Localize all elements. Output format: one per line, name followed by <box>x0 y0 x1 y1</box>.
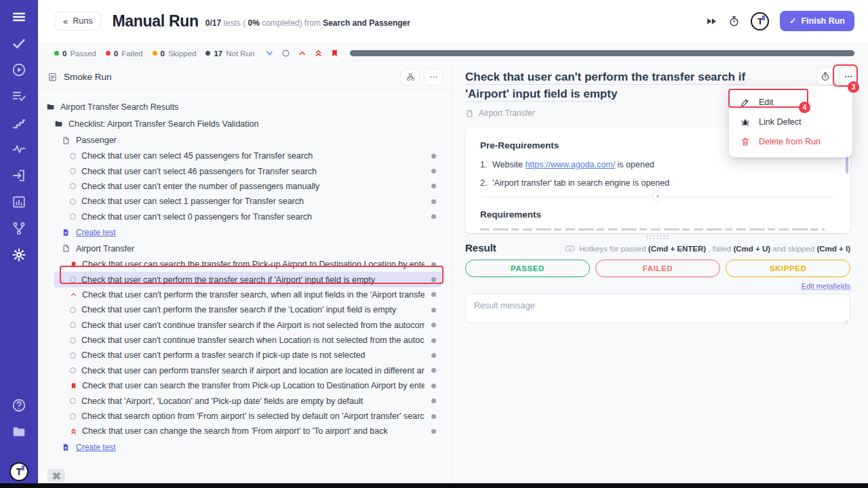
gear-icon[interactable] <box>12 247 26 262</box>
result-button-passed[interactable]: PASSED <box>465 260 590 277</box>
import-icon[interactable] <box>12 168 26 183</box>
requirements-heading: Requirements <box>480 209 835 220</box>
test-status-circle-icon <box>70 413 76 420</box>
tree-suite-row[interactable]: Airport Transfer <box>38 241 452 257</box>
list-check-icon[interactable] <box>12 89 26 104</box>
test-row[interactable]: Check that user can perform transfer sea… <box>54 363 441 378</box>
result-heading: Result <box>465 242 496 253</box>
steps-icon[interactable] <box>12 115 26 130</box>
sidebar-top-nav <box>12 9 26 262</box>
test-row[interactable]: Check that user can select 45 passengers… <box>54 148 441 163</box>
test-title: Check that user can't continue transfer … <box>81 336 425 345</box>
logo-letter: T <box>16 466 22 477</box>
topbar: « Runs Manual Run 0/17 tests ( 0% comple… <box>38 0 868 42</box>
test-title: Check that user can perform transfer sea… <box>81 366 425 375</box>
prereq-list: 1.Website https://www.agoda.com/ is open… <box>480 160 835 188</box>
circle-icon[interactable] <box>281 49 290 58</box>
folder-light-icon[interactable] <box>12 424 26 439</box>
topbar-actions: T ✓ Finish Run <box>706 11 854 31</box>
create-test-link[interactable]: Create test <box>76 443 116 452</box>
pulse-icon[interactable] <box>12 142 26 157</box>
test-row[interactable]: Check that user can't enter the number o… <box>54 179 441 194</box>
tree-suite-row[interactable]: Passenger <box>38 132 452 148</box>
keyboard-icon <box>565 243 575 253</box>
menu-item-label: Edit <box>759 98 774 107</box>
test-row[interactable]: Check that user can't select 0 passenger… <box>54 209 441 224</box>
status-counters: 0 Passed0 Failed0 Skipped17 Not Run <box>54 49 254 58</box>
chevron-up-icon[interactable] <box>298 49 307 58</box>
folder-icon <box>54 119 63 128</box>
help-icon[interactable] <box>12 398 26 413</box>
test-title: Check that user can't perform the transf… <box>81 305 425 314</box>
back-to-runs-button[interactable]: « Runs <box>54 12 101 30</box>
test-row[interactable]: Check that user can't continue transfer … <box>54 333 441 348</box>
chart-icon[interactable] <box>12 195 26 209</box>
test-row[interactable]: Check that user can't perform a trasfer … <box>54 348 441 363</box>
create-test-link[interactable]: Create test <box>76 228 116 237</box>
workspace-logo[interactable]: T <box>9 462 28 481</box>
suite-file-icon <box>62 136 71 145</box>
tree-more-button[interactable] <box>424 68 443 85</box>
test-row[interactable]: Check that user can't continue transfer … <box>54 318 441 333</box>
test-result-dot <box>431 429 436 434</box>
result-button-failed[interactable]: FAILED <box>595 260 720 277</box>
check-icon[interactable] <box>12 36 26 51</box>
section-divider: ∧ <box>480 197 835 197</box>
status-dot <box>106 51 111 56</box>
status-counter-passed: 0 Passed <box>54 49 96 58</box>
branch-icon[interactable] <box>12 221 26 236</box>
test-result-dot <box>431 384 436 388</box>
status-row: 0 Passed0 Failed0 Skipped17 Not Run <box>38 42 868 64</box>
chevron-down-icon[interactable] <box>265 49 274 58</box>
menu-item-edit[interactable]: Edit <box>729 92 852 112</box>
menu-icon[interactable] <box>12 9 26 24</box>
finish-run-label: Finish Run <box>801 16 845 26</box>
timer-icon[interactable] <box>728 16 740 27</box>
sidebar-bottom-nav: T <box>9 398 28 481</box>
test-result-dot <box>431 308 436 312</box>
test-status-circle-icon <box>70 322 76 328</box>
finish-run-button[interactable]: ✓ Finish Run <box>780 11 854 31</box>
brand-logo[interactable]: T <box>751 12 769 30</box>
page-title: Manual Run <box>112 12 198 30</box>
external-link[interactable]: https://www.agoda.com/ <box>525 160 615 169</box>
suite-file-icon <box>62 244 71 253</box>
test-tree: Airport Transfer Search ResultsChecklist… <box>38 90 452 455</box>
tree-folder-row[interactable]: Airport Transfer Search Results <box>38 98 452 115</box>
test-row[interactable]: Check that user can't perform the transf… <box>54 287 441 302</box>
test-row[interactable]: Check that user can search the transfer … <box>54 378 441 393</box>
test-result-dot <box>431 353 436 358</box>
menu-item-label: Link Defect <box>759 117 802 127</box>
status-counter-failed: 0 Failed <box>106 49 143 58</box>
collapse-toggle-icon[interactable]: ∧ <box>652 191 663 202</box>
menu-item-link-defect[interactable]: Link Defect <box>729 112 852 131</box>
result-button-skipped[interactable]: SKIPPED <box>726 260 850 277</box>
play-circle-icon[interactable] <box>12 62 26 77</box>
test-row[interactable]: Check that user can't perform the transf… <box>54 272 441 287</box>
edit-metafields-link[interactable]: Edit metafields <box>465 282 850 290</box>
test-row[interactable]: Check that user can change the search fr… <box>54 424 441 439</box>
test-row[interactable]: Check that user can search the transfer … <box>54 257 441 272</box>
resize-handle[interactable] <box>646 235 670 239</box>
tree-folder-row[interactable]: Checklist: Airport Transfer Search Field… <box>38 115 452 132</box>
test-row[interactable]: Check that user can't perform the transf… <box>54 302 441 317</box>
bookmark-icon[interactable] <box>330 49 339 58</box>
run-progress-summary: 0/17 tests ( 0% completed) from Search a… <box>205 18 410 28</box>
test-row[interactable]: Check that 'Airport', 'Location' and 'Pi… <box>54 393 441 408</box>
test-row[interactable]: Check that user can select 1 passenger f… <box>54 194 441 209</box>
double-chevron-up-icon[interactable] <box>314 49 323 58</box>
test-timer-button[interactable] <box>816 67 834 85</box>
menu-item-delete-from-run[interactable]: Delete from Run <box>729 131 852 151</box>
app-sidebar: T <box>0 0 38 488</box>
fast-forward-icon[interactable] <box>706 16 717 27</box>
test-row[interactable]: Check that user can't select 46 passenge… <box>54 163 441 178</box>
tree-panel-header: Smoke Run <box>38 64 452 90</box>
test-result-dot <box>431 154 436 159</box>
hotkeys-hint-button[interactable]: ⌘ <box>47 469 65 483</box>
bookmark-icon <box>70 261 77 268</box>
tree-view-toggle-button[interactable] <box>401 68 420 85</box>
test-result-dot <box>431 199 436 204</box>
test-result-dot <box>431 184 436 188</box>
test-row[interactable]: Check that search option from 'From airp… <box>54 409 441 424</box>
result-message-input[interactable] <box>465 293 850 323</box>
